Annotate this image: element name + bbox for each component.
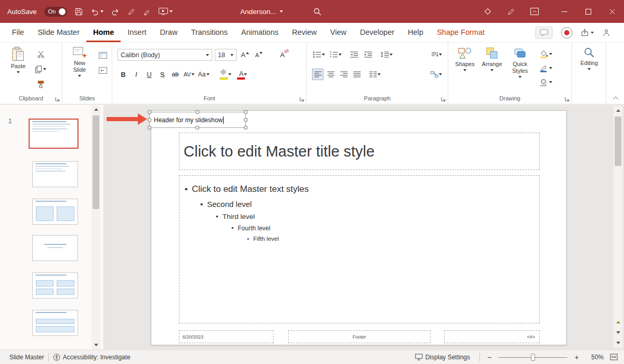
document-title[interactable]: Anderson... [240, 0, 283, 23]
tab-help[interactable]: Help [401, 23, 430, 42]
search-button[interactable] [313, 7, 321, 16]
title-placeholder[interactable]: Click to edit Master title style [179, 133, 540, 170]
scroll-down-button[interactable] [92, 341, 100, 349]
draw-pen-button[interactable] [127, 0, 135, 23]
align-center-button[interactable] [325, 69, 336, 80]
zoom-slider-thumb[interactable] [531, 354, 535, 361]
clipboard-dialog-launcher-icon[interactable] [55, 97, 60, 101]
grow-font-button[interactable]: A [239, 49, 251, 61]
header-text-box[interactable]: Header for my slideshow [149, 112, 246, 128]
tab-developer[interactable]: Developer [353, 23, 401, 42]
underline-button[interactable]: U [144, 69, 155, 80]
thumbnail-layout-3[interactable] [32, 235, 78, 261]
bullets-button[interactable] [312, 49, 326, 60]
accessibility-checker-button[interactable]: Accessibility: Investigate [49, 354, 135, 361]
tab-insert[interactable]: Insert [121, 23, 153, 42]
align-right-button[interactable] [338, 69, 349, 80]
tab-shape-format[interactable]: Shape Format [430, 23, 491, 42]
start-slideshow-button[interactable] [159, 0, 173, 23]
tab-transitions[interactable]: Transitions [184, 23, 234, 42]
copy-button[interactable] [34, 64, 47, 74]
resize-handle[interactable] [244, 126, 248, 129]
redo-button[interactable] [111, 0, 120, 23]
font-name-combo[interactable]: Calibri (Body) [118, 49, 212, 61]
shapes-button[interactable]: Shapes [452, 47, 477, 71]
font-size-combo[interactable]: 18 [215, 49, 237, 61]
columns-button[interactable] [368, 69, 382, 80]
next-slide-button[interactable] [614, 328, 622, 337]
comments-button[interactable] [535, 27, 553, 39]
arrange-button[interactable]: Arrange [479, 47, 504, 71]
format-painter-button[interactable] [34, 79, 47, 89]
display-settings-button[interactable]: Display Settings [411, 354, 474, 361]
scrollbar-thumb[interactable] [615, 116, 621, 166]
tab-review[interactable]: Review [285, 23, 324, 42]
clear-formatting-button[interactable]: A [277, 49, 288, 61]
share-button[interactable] [581, 29, 594, 36]
record-button[interactable] [561, 27, 573, 38]
thumbnail-layout-4[interactable] [32, 272, 78, 298]
autosave-toggle[interactable]: On [44, 7, 67, 17]
close-button[interactable] [600, 0, 624, 23]
shape-effects-button[interactable] [540, 77, 552, 87]
cut-button[interactable] [34, 49, 47, 59]
resize-handle[interactable] [244, 110, 248, 114]
date-placeholder[interactable]: 6/20/2023 [179, 330, 274, 343]
scrollbar-thumb[interactable] [93, 115, 99, 209]
resize-handle[interactable] [244, 118, 248, 122]
align-left-button[interactable] [312, 69, 323, 80]
thumbnail-pane-scrollbar[interactable] [92, 105, 100, 349]
tab-file[interactable]: File [5, 23, 31, 42]
tab-view[interactable]: View [323, 23, 353, 42]
minimize-button[interactable] [552, 0, 576, 23]
zoom-percentage[interactable]: 50% [586, 354, 604, 361]
shrink-font-button[interactable]: A [253, 49, 265, 61]
slide-master-editing-surface[interactable]: Click to edit Master title style •Click … [151, 110, 567, 345]
save-button[interactable] [75, 0, 83, 23]
zoom-in-button[interactable]: + [573, 353, 581, 361]
resize-handle[interactable] [148, 110, 151, 114]
highlighter-pen-button[interactable] [143, 0, 151, 23]
reset-slide-button[interactable] [97, 65, 109, 75]
scroll-up-button[interactable] [92, 105, 100, 114]
zoom-out-button[interactable]: − [485, 353, 493, 361]
strikethrough-button[interactable]: ab [170, 69, 181, 80]
text-highlight-color-button[interactable] [218, 69, 234, 80]
fit-slide-to-window-button[interactable] [609, 354, 619, 360]
numbering-button[interactable] [329, 49, 343, 60]
tab-animations[interactable]: Animations [235, 23, 285, 42]
canvas-scrollbar[interactable] [614, 106, 622, 347]
diamond-icon[interactable] [484, 8, 491, 15]
body-placeholder[interactable]: •Click to edit Master text styles •Secon… [179, 175, 540, 323]
thumbnail-layout-5[interactable] [32, 310, 78, 336]
scroll-down-button[interactable] [614, 339, 622, 347]
paste-button[interactable]: Paste [6, 47, 30, 73]
tab-draw[interactable]: Draw [153, 23, 185, 42]
tab-home[interactable]: Home [86, 23, 121, 42]
presenter-button[interactable] [602, 29, 610, 37]
italic-button[interactable]: I [131, 69, 142, 80]
shape-fill-button[interactable] [540, 49, 552, 59]
previous-slide-button[interactable] [614, 317, 622, 327]
justify-button[interactable] [351, 69, 362, 80]
resize-handle[interactable] [148, 126, 151, 129]
font-color-button[interactable]: A [236, 69, 251, 80]
scroll-up-button[interactable] [614, 106, 622, 115]
pen-icon[interactable] [507, 8, 515, 16]
view-indicator[interactable]: Slide Master [5, 354, 48, 361]
thumbnail-layout-1[interactable] [32, 161, 78, 187]
quick-styles-button[interactable]: Quick Styles [506, 47, 534, 78]
convert-to-smartart-button[interactable] [430, 69, 443, 80]
shape-outline-button[interactable] [540, 63, 552, 73]
resize-handle[interactable] [196, 126, 199, 129]
resize-handle[interactable] [148, 118, 151, 122]
footer-placeholder[interactable]: Footer [288, 330, 431, 343]
thumbnail-master-slide[interactable] [29, 119, 79, 149]
ribbon-display-options-icon[interactable] [530, 8, 539, 15]
line-spacing-button[interactable] [380, 49, 394, 60]
slide-layout-button[interactable] [97, 50, 109, 60]
change-case-button[interactable]: Aa [197, 69, 211, 80]
slide-number-placeholder[interactable]: <#> [444, 330, 540, 343]
zoom-slider[interactable] [499, 353, 567, 361]
collapse-ribbon-button[interactable] [613, 96, 619, 100]
